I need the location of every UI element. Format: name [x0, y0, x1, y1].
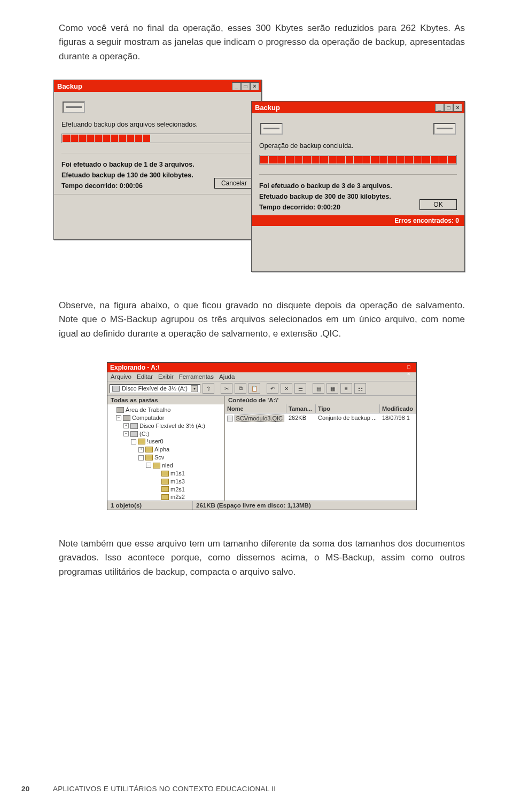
file-modified: 18/07/98 1: [380, 413, 416, 423]
menu-view[interactable]: Exibir: [158, 373, 174, 380]
paste-icon[interactable]: 📋: [248, 383, 260, 394]
progress-bar-wrap: [61, 134, 254, 143]
window-title: Explorando - A:\: [110, 364, 159, 371]
menu-help[interactable]: Ajuda: [219, 373, 235, 380]
pane-headers: Todas as pastas Conteúdo de 'A:\': [107, 396, 416, 404]
col-name[interactable]: Nome: [225, 404, 286, 413]
window-controls: _ □ ×: [232, 82, 259, 90]
folder-tree[interactable]: Área de Trabalho −Computador +Disco Flex…: [107, 404, 225, 501]
expand-icon[interactable]: +: [138, 447, 144, 452]
maximize-icon[interactable]: □: [444, 104, 453, 112]
tree-label: m2s1: [170, 486, 185, 494]
tree-label: m2s2: [170, 493, 185, 501]
folder-icon: [145, 447, 153, 452]
tree-label: Alpha: [154, 446, 169, 454]
list-item[interactable]: SCVmodulo3.QIC 262KB Conjunto de backup …: [225, 413, 416, 423]
page-content: Como você verá no final da operação, ess…: [0, 0, 513, 603]
col-size[interactable]: Taman...: [286, 404, 316, 413]
view-large-icon[interactable]: ▤: [313, 383, 324, 394]
close-icon[interactable]: ×: [250, 82, 259, 90]
titlebar: Backup _ □ ×: [54, 80, 261, 92]
folder-icon: [161, 479, 169, 485]
info-line-1: Foi efetuado o backup de 3 de 3 arquivos…: [259, 182, 457, 190]
window-title: Backup: [57, 82, 82, 90]
cancel-button[interactable]: Cancelar: [214, 178, 254, 189]
window-title: Backup: [255, 104, 280, 112]
divider: [61, 153, 254, 153]
close-icon[interactable]: ×: [453, 104, 462, 112]
window-footer-strip: [54, 194, 261, 208]
view-small-icon[interactable]: ▦: [327, 383, 338, 394]
window-body: Efetuando backup dos arquivos selecionad…: [54, 92, 261, 194]
folder-icon: [161, 494, 169, 500]
drive-icon: [433, 123, 456, 135]
window-controls: _ □ ×: [435, 104, 462, 112]
delete-icon[interactable]: ✕: [281, 383, 292, 394]
titlebar: Backup _ □ ×: [252, 102, 464, 113]
info-line-1: Foi efetuado o backup de 1 de 3 arquivos…: [61, 161, 254, 168]
folder-icon: [161, 486, 169, 492]
column-headers: Nome Taman... Tipo Modificado: [225, 404, 416, 413]
col-type[interactable]: Tipo: [316, 404, 380, 413]
content-header: Conteúdo de 'A:\': [225, 396, 416, 404]
minimize-icon[interactable]: _: [435, 104, 444, 112]
maximize-icon[interactable]: □: [407, 364, 415, 371]
cut-icon[interactable]: ✂: [221, 383, 232, 394]
tree-label: !user0: [147, 438, 164, 446]
separator: [308, 383, 310, 394]
menu-file[interactable]: Arquivo: [111, 373, 131, 380]
tree-label: Disco Flexível de 3½ (A:): [139, 422, 205, 430]
collapse-icon[interactable]: −: [146, 463, 151, 468]
paragraph-3: Note também que esse arquivo tem um tama…: [59, 537, 465, 579]
progress-bar: [259, 155, 457, 165]
ok-button[interactable]: OK: [419, 199, 457, 210]
undo-icon[interactable]: ↶: [267, 383, 278, 394]
status-text: Efetuando backup dos arquivos selecionad…: [61, 121, 254, 128]
file-name: SCVmodulo3.QIC: [235, 415, 284, 422]
explorer-window: Explorando - A:\ _ □ × Arquivo Editar Ex…: [107, 362, 417, 510]
close-icon[interactable]: ×: [407, 371, 415, 378]
folder-icon: [138, 439, 145, 444]
drive-icons-row: [63, 102, 253, 113]
drive-icon: [260, 123, 283, 135]
page-number: 20: [21, 785, 30, 793]
collapse-icon[interactable]: −: [131, 439, 136, 444]
tree-label: m1s3: [170, 478, 185, 486]
desktop-icon: [116, 407, 124, 413]
tree-label: Scv: [154, 454, 164, 462]
view-details-icon[interactable]: ☷: [354, 383, 366, 394]
paragraph-2: Observe, na figura abaixo, o que ficou g…: [59, 299, 465, 341]
backup-dialogs-figure: Backup _ □ × Efetuando backup dos arquiv…: [59, 80, 465, 283]
minimize-icon[interactable]: _: [232, 82, 241, 90]
floppy-icon: [112, 386, 120, 392]
menu-edit[interactable]: Editar: [137, 373, 153, 380]
properties-icon[interactable]: ☰: [294, 383, 306, 394]
collapse-icon[interactable]: −: [123, 431, 129, 436]
tree-label: Computador: [132, 414, 165, 422]
divider: [259, 174, 457, 175]
maximize-icon[interactable]: □: [241, 82, 250, 90]
menu-tools[interactable]: Ferramentas: [179, 373, 214, 380]
tree-label: m1s1: [170, 470, 185, 478]
minimize-icon[interactable]: _: [407, 357, 415, 364]
folder-icon: [145, 455, 153, 460]
up-folder-icon[interactable]: ⇧: [203, 383, 214, 394]
drive-combo[interactable]: Disco Flexível de 3½ (A:) ▾: [110, 384, 200, 393]
collapse-icon[interactable]: −: [116, 415, 121, 420]
hdd-icon: [130, 431, 138, 437]
separator: [262, 383, 265, 394]
col-modified[interactable]: Modificado: [380, 404, 416, 413]
toolbar: Disco Flexível de 3½ (A:) ▾ ⇧ ✂ ⧉ 📋 ↶ ✕ …: [107, 381, 416, 396]
titlebar: Explorando - A:\ _ □ ×: [107, 363, 416, 372]
collapse-icon[interactable]: −: [138, 455, 144, 460]
tree-label: (C:): [139, 430, 149, 438]
chevron-down-icon[interactable]: ▾: [191, 385, 198, 392]
explorer-figure: Explorando - A:\ _ □ × Arquivo Editar Ex…: [59, 362, 465, 510]
copy-icon[interactable]: ⧉: [235, 383, 246, 394]
view-list-icon[interactable]: ≡: [340, 383, 352, 394]
file-list[interactable]: Nome Taman... Tipo Modificado SCVmodulo3…: [225, 404, 416, 501]
menubar: Arquivo Editar Exibir Ferramentas Ajuda: [107, 372, 416, 381]
tree-label: Área de Trabalho: [126, 406, 170, 414]
expand-icon[interactable]: +: [123, 423, 129, 428]
folder-icon: [161, 471, 169, 477]
